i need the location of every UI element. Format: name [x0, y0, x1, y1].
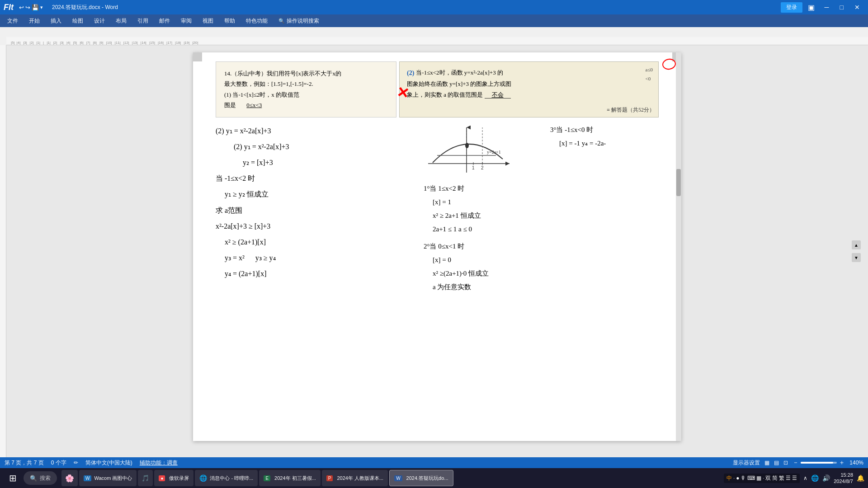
zoom-out-icon[interactable]: － — [793, 459, 799, 467]
zoom-control[interactable]: － ＋ — [793, 459, 845, 467]
case1-label: 1°当 1≤x<2 时 — [424, 182, 541, 195]
prob-line-1: 14.（乐山中考）我们用符号[x]表示不大于x的 — [224, 68, 388, 79]
problem-text-left: 14.（乐山中考）我们用符号[x]表示不大于x的 最大整数，例如：[1.5]=1… — [224, 68, 388, 111]
prob-right-line2: 图象始终在函数 y=[x]+3 的图象上方或图 — [407, 79, 651, 89]
focus-icon[interactable]: ⊡ — [783, 460, 788, 466]
page-info: 第 7 页，共 7 页 — [5, 459, 44, 467]
tab-design[interactable]: 设计 — [89, 15, 110, 27]
sogou-menu1-icon[interactable]: ☰ — [786, 475, 791, 481]
title-controls: 登录 ▣ ─ □ ✕ — [781, 2, 864, 13]
tab-reference[interactable]: 引用 — [132, 15, 154, 27]
case3-label: 3°当 -1≤x<0 时 — [550, 123, 659, 136]
chevron-up-icon[interactable]: ∧ — [803, 475, 807, 481]
zoom-slider[interactable] — [801, 462, 837, 464]
problem-images: 14.（乐山中考）我们用符号[x]表示不大于x的 最大整数，例如：[1.5]=1… — [216, 61, 659, 117]
case2-label: 2°当 0≤x<1 时 — [424, 239, 541, 253]
tab-search[interactable]: 🔍 操作说明搜索 — [273, 15, 325, 27]
prob-right-line1: 当-1≤x<2时，函数 y=x²-2a[x]+3 的 — [416, 67, 503, 78]
clock-date: 2024/8/7 — [834, 478, 853, 484]
view-icon-status[interactable]: ▤ — [774, 460, 779, 466]
taskbar-recorder[interactable]: ● 傲软录屏 — [154, 470, 193, 486]
display-settings-label[interactable]: 显示器设置 — [733, 459, 760, 467]
taskbar-wacom[interactable]: W Wacom 画图中心 — [79, 470, 137, 486]
page-inner: 14.（乐山中考）我们用符号[x]表示不大于x的 最大整数，例如：[1.5]=1… — [193, 52, 681, 307]
sogou-mic-icon[interactable]: 🎙 — [741, 475, 746, 481]
tab-view[interactable]: 视图 — [197, 15, 219, 27]
svg-point-10 — [465, 143, 469, 148]
taskbar-ppt[interactable]: P 2024年 人教版课本... — [322, 470, 388, 486]
search-bar[interactable]: 🔍 搜索 — [24, 471, 57, 485]
taskbar-app3[interactable]: 🎵 — [138, 470, 153, 486]
ruler: |5| |4| |3| |2| |1| | |1| |2| |3| |4| |5… — [6, 37, 868, 45]
wacom-icon: W — [84, 475, 91, 481]
page-up-btn[interactable]: ▲ — [852, 240, 861, 249]
excel-icon: E — [264, 475, 270, 481]
taskbar-excel1[interactable]: E 2024年 初三暑假... — [259, 470, 320, 486]
score-note: ≡ 解答题（共52分） — [607, 105, 655, 115]
sol-line-3: 当 -1≤x<2 时 — [216, 170, 415, 186]
sogou-bilingual-icon[interactable]: 双 — [765, 474, 771, 482]
sogou-traditional-icon[interactable]: 繁 — [779, 474, 784, 482]
minimize-button[interactable]: ─ — [820, 3, 834, 12]
sol-line-5: 求 a范围 — [216, 202, 415, 218]
undo-icon[interactable]: ↩ — [19, 4, 24, 11]
tab-layout[interactable]: 布局 — [110, 15, 132, 27]
taskbar-word[interactable]: W 2024.答疑玩玩do... — [389, 470, 453, 486]
tab-start[interactable]: 开始 — [24, 15, 45, 27]
redo-icon[interactable]: ↪ — [25, 4, 30, 11]
sogou-keyboard-icon[interactable]: ⌨ — [747, 475, 755, 481]
sol-line-7: x² ≥ (2a+1)[x] — [225, 234, 415, 250]
sol-line-1-content: (2) y₁ = x²-2a[x]+3 — [234, 139, 415, 155]
notification-icon[interactable]: 🔔 — [857, 474, 864, 482]
start-button[interactable]: ⊞ — [4, 470, 22, 486]
layout-icon[interactable]: ▣ — [808, 3, 815, 12]
accessibility-label[interactable]: 辅助功能：调查 — [140, 459, 178, 467]
taskbar-flowers[interactable]: 🌸 — [61, 470, 78, 486]
tab-file[interactable]: 文件 — [2, 15, 24, 27]
case3-line1: [x] = -1 y₄ = -2a- — [559, 136, 659, 150]
ruler-marks: |5| |4| |3| |2| |1| | |1| |2| |3| |4| |5… — [6, 37, 868, 45]
zoom-in-icon[interactable]: ＋ — [839, 459, 845, 467]
close-button[interactable]: ✕ — [850, 3, 864, 12]
sol-line-6: x²-2a[x]+3 ≥ [x]+3 — [216, 218, 415, 234]
page-down-btn[interactable]: ▼ — [852, 253, 861, 262]
scrollbar-thumb-v[interactable] — [676, 169, 681, 196]
search-icon: 🔍 — [278, 18, 285, 24]
sogou-toolbar: 中 · ● 🎙 ⌨ ▦ · 双 简 繁 ☰ ☰ — [724, 474, 800, 483]
layout-icon-status[interactable]: ▦ — [764, 460, 769, 466]
sogou-circle-icon[interactable]: ● — [736, 475, 739, 481]
tab-review[interactable]: 审阅 — [175, 15, 197, 27]
maximize-button[interactable]: □ — [835, 3, 848, 12]
problem-box-right: ✕ (2) 当-1≤x<2时，函数 y=x²-2a[x]+3 的 图象始终在函数… — [399, 61, 659, 117]
search-label: 搜索 — [40, 474, 51, 482]
extra-icon[interactable]: ▾ — [40, 5, 43, 10]
word-count: 0 个字 — [51, 459, 66, 467]
tab-special[interactable]: 特色功能 — [241, 15, 273, 27]
problem-box-left: 14.（乐山中考）我们用符号[x]表示不大于x的 最大整数，例如：[1.5]=1… — [216, 61, 396, 117]
red-x-mark: ✕ — [395, 79, 411, 107]
tab-draw[interactable]: 绘图 — [67, 15, 89, 27]
parabola-graph: y=2a+1 1 2 — [424, 123, 514, 179]
sogou-menu2-icon[interactable]: ☰ — [792, 475, 797, 481]
taskbar-apps: 🌸 W Wacom 画图中心 🎵 ● 傲软录屏 🌐 消息中心 - 哔哩哔... … — [61, 470, 453, 486]
sogou-simplified-icon[interactable]: 简 — [772, 474, 778, 482]
ribbon: 文件 开始 插入 绘图 设计 布局 引用 邮件 审阅 视图 帮助 特色功能 🔍 … — [0, 14, 868, 27]
system-clock[interactable]: 15:28 2024/8/7 — [834, 472, 853, 485]
tab-insert[interactable]: 插入 — [45, 15, 67, 27]
sol-line-9: y₄ = (2a+1)[x] — [225, 266, 415, 282]
sogou-zh-icon[interactable]: 中 — [726, 474, 732, 482]
tab-mail[interactable]: 邮件 — [154, 15, 175, 27]
sogou-grid-icon[interactable]: ▦ — [756, 475, 761, 481]
network-icon[interactable]: 🌐 — [811, 474, 819, 482]
taskbar-browser[interactable]: 🌐 消息中心 - 哔哩哔... — [195, 470, 258, 486]
login-button[interactable]: 登录 — [781, 2, 802, 13]
sound-icon[interactable]: 🔊 — [822, 474, 830, 482]
sol-line-1: (2) y₁ = x²-2a[x]+3 — [216, 123, 415, 139]
tab-help[interactable]: 帮助 — [219, 15, 241, 27]
status-bar: 第 7 页，共 7 页 0 个字 ✏ 简体中文(中国大陆) 辅助功能：调查 显示… — [0, 457, 868, 468]
document-area[interactable]: 14.（乐山中考）我们用符号[x]表示不大于x的 最大整数，例如：[1.5]=1… — [6, 45, 868, 457]
zoom-level: 140% — [849, 460, 863, 466]
save-icon[interactable]: 💾 — [32, 4, 39, 11]
sogou-dot1: · — [733, 476, 735, 481]
vertical-scrollbar[interactable] — [676, 52, 681, 441]
